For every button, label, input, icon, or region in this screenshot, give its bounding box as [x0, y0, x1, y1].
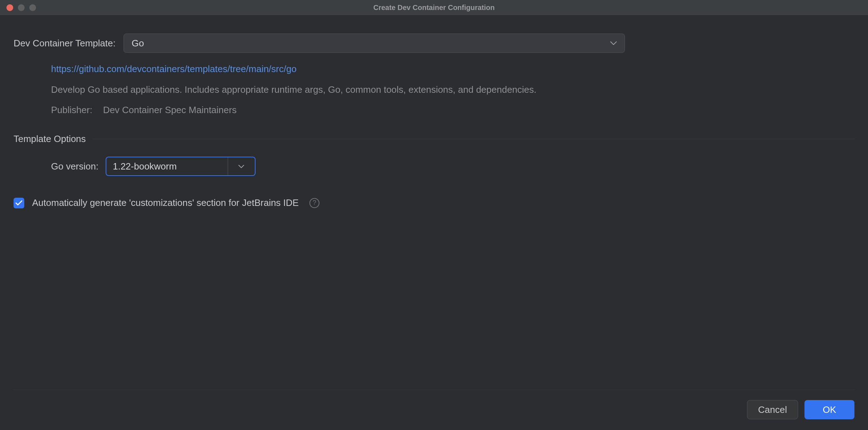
window-controls — [0, 4, 36, 11]
dialog-footer: Cancel OK — [14, 390, 854, 430]
checkmark-icon — [15, 200, 22, 206]
go-version-dropdown-arrow[interactable] — [228, 157, 255, 175]
auto-generate-checkbox-label: Automatically generate 'customizations' … — [32, 197, 299, 208]
minimize-window-button[interactable] — [18, 4, 25, 11]
template-info: https://github.com/devcontainers/templat… — [51, 64, 854, 116]
dialog-content: Dev Container Template: Go https://githu… — [0, 16, 868, 208]
auto-generate-checkbox[interactable] — [14, 198, 24, 208]
template-dropdown[interactable]: Go — [123, 34, 625, 53]
auto-generate-customizations-row: Automatically generate 'customizations' … — [14, 197, 854, 208]
window-title: Create Dev Container Configuration — [373, 4, 495, 12]
footer-buttons: Cancel OK — [14, 390, 854, 430]
maximize-window-button[interactable] — [29, 4, 36, 11]
template-selector-row: Dev Container Template: Go — [14, 34, 854, 53]
help-icon[interactable]: ? — [309, 198, 319, 208]
chevron-down-icon — [238, 165, 244, 168]
publisher-row: Publisher: Dev Container Spec Maintainer… — [51, 105, 854, 116]
template-options-title: Template Options — [14, 133, 86, 145]
template-label: Dev Container Template: — [14, 38, 116, 49]
go-version-combobox[interactable] — [106, 157, 256, 176]
cancel-button[interactable]: Cancel — [747, 400, 798, 419]
publisher-label: Publisher: — [51, 105, 92, 116]
template-url-link[interactable]: https://github.com/devcontainers/templat… — [51, 64, 297, 75]
template-options-section-header: Template Options — [14, 133, 854, 145]
template-dropdown-value: Go — [132, 38, 144, 49]
ok-button[interactable]: OK — [804, 400, 854, 419]
go-version-row: Go version: — [51, 157, 854, 176]
go-version-input[interactable] — [106, 157, 228, 175]
publisher-value: Dev Container Spec Maintainers — [103, 105, 237, 116]
close-window-button[interactable] — [6, 4, 13, 11]
go-version-label: Go version: — [51, 161, 99, 172]
chevron-down-icon — [610, 41, 617, 45]
titlebar: Create Dev Container Configuration — [0, 0, 868, 16]
template-description: Develop Go based applications. Includes … — [51, 83, 854, 96]
